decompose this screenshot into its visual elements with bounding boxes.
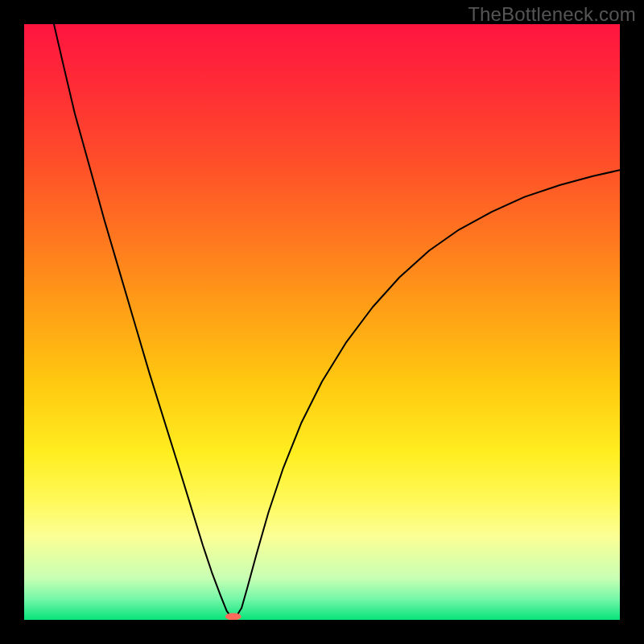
- chart-canvas: [24, 24, 620, 620]
- watermark-text: TheBottleneck.com: [468, 3, 636, 26]
- plot-area: [24, 24, 620, 620]
- chart-frame: TheBottleneck.com: [0, 0, 644, 644]
- gradient-background: [24, 24, 620, 620]
